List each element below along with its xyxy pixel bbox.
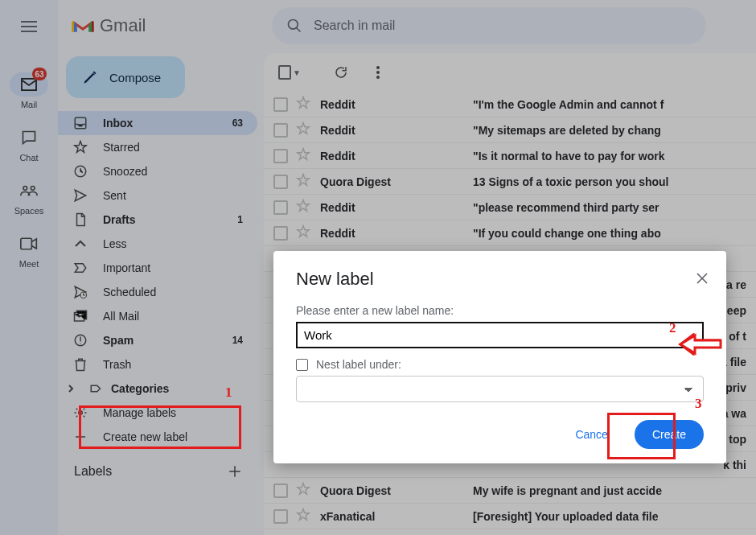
nav-item-create-new-label[interactable]: Create new label (58, 425, 257, 449)
label-name-input[interactable] (296, 322, 704, 348)
star-icon[interactable] (296, 96, 312, 113)
cancel-button[interactable]: Cancel (557, 420, 628, 449)
star-icon[interactable] (296, 199, 312, 216)
dialog-title: New label (296, 269, 704, 290)
nav-item-trash[interactable]: Trash (58, 352, 257, 377)
email-checkbox[interactable] (273, 200, 288, 215)
svg-line-4 (297, 28, 301, 32)
more-button[interactable] (362, 56, 394, 88)
email-checkbox[interactable] (273, 509, 288, 524)
nav-item-spam[interactable]: Spam 14 (58, 328, 257, 352)
pencil-icon (82, 69, 98, 85)
email-row[interactable]: Reddit "I'm the Google Admin and cannot … (264, 92, 756, 117)
email-row[interactable]: Reddit "please recommend third party ser (264, 195, 756, 220)
nest-checkbox[interactable] (296, 359, 308, 371)
email-row[interactable]: Quora Digest My wife is pregnant and jus… (264, 478, 756, 504)
main-menu-button[interactable] (12, 10, 46, 43)
email-checkbox[interactable] (273, 484, 288, 498)
nav-item-snoozed[interactable]: Snoozed (58, 159, 257, 183)
email-row[interactable]: Reddit "My sitemaps are deleted by chang (264, 117, 756, 143)
scheduled-icon (72, 285, 88, 299)
star-icon[interactable] (296, 173, 312, 190)
email-checkbox[interactable] (273, 97, 288, 112)
chat-icon (21, 130, 37, 146)
search-icon (286, 18, 302, 34)
compose-label: Compose (109, 71, 161, 84)
email-row[interactable]: Quora Digest 13 Signs of a toxic person … (264, 169, 756, 195)
clock-icon (72, 164, 88, 179)
email-row[interactable]: Reddit "Is it normal to have to pay for … (264, 143, 756, 169)
labels-header-text: Labels (74, 464, 112, 479)
svg-point-10 (79, 411, 83, 415)
email-checkbox[interactable] (273, 175, 288, 189)
email-sender: Reddit (320, 227, 465, 240)
email-sender: Reddit (320, 124, 465, 137)
rail-label-meet: Meet (19, 259, 39, 269)
nav-item-categories[interactable]: Categories (58, 377, 257, 401)
nav-item-scheduled[interactable]: Scheduled (58, 280, 257, 304)
svg-rect-5 (75, 117, 86, 129)
add-label-button[interactable] (224, 460, 246, 483)
rail-item-spaces[interactable]: Spaces (5, 167, 53, 220)
nav-item-less[interactable]: Less (58, 232, 257, 256)
nav-item-drafts[interactable]: Drafts 1 (58, 208, 257, 232)
close-button[interactable] (696, 272, 709, 287)
nav-item-all-mail[interactable]: All Mail (58, 304, 257, 328)
labels-section-header: Labels (58, 457, 257, 486)
email-subject: "please recommend third party ser (473, 201, 746, 214)
nav-item-starred[interactable]: Starred (58, 135, 257, 159)
refresh-button[interactable] (325, 56, 357, 88)
email-row[interactable]: xFanatical [Foresight] Your uploaded dat… (264, 504, 756, 529)
email-subject: 13 Signs of a toxic person you shoul (473, 175, 746, 188)
nav-item-manage-labels[interactable]: Manage labels (58, 401, 257, 425)
nav-label: Inbox (103, 117, 218, 130)
compose-button[interactable]: Compose (66, 56, 185, 98)
gmail-logo-icon (71, 17, 95, 35)
gmail-logo-text: Gmail (100, 15, 146, 36)
nav-item-important[interactable]: Important (58, 256, 257, 280)
rail-item-mail[interactable]: 63 Mail (5, 61, 53, 114)
nav-label: Manage labels (103, 406, 243, 419)
chevron-down-icon: ▼ (293, 68, 301, 77)
important-icon (72, 261, 88, 275)
nav-label: Less (103, 237, 243, 250)
rail-item-meet[interactable]: Meet (5, 220, 53, 274)
rail-label-chat: Chat (19, 153, 38, 163)
email-checkbox[interactable] (273, 149, 288, 163)
nest-parent-select[interactable] (296, 376, 704, 402)
create-button[interactable]: Create (635, 420, 704, 449)
star-icon[interactable] (296, 121, 312, 138)
nav-label: Sent (103, 189, 243, 202)
categories-icon (88, 381, 105, 396)
nav-label: Drafts (103, 213, 223, 226)
email-row[interactable]: Reddit "If you could change one thing ab… (264, 220, 756, 246)
gmail-logo[interactable]: Gmail (71, 15, 272, 36)
rail-item-chat[interactable]: Chat (5, 114, 53, 167)
star-icon[interactable] (296, 147, 312, 164)
new-label-dialog: New label Please enter a new label name:… (273, 251, 726, 463)
inbox-icon (72, 116, 88, 130)
email-checkbox[interactable] (273, 123, 288, 138)
nav-label: Trash (103, 358, 243, 371)
email-checkbox[interactable] (273, 226, 288, 241)
nav-label: Spam (103, 334, 218, 347)
star-icon[interactable] (296, 224, 312, 241)
nav-item-sent[interactable]: Sent (58, 183, 257, 208)
mail-toolbar: ▼ (264, 53, 756, 92)
nav-item-inbox[interactable]: Inbox 63 (58, 111, 257, 135)
email-subject: My wife is pregnant and just accide (473, 484, 746, 497)
nav-count: 1 (237, 214, 243, 225)
star-icon[interactable] (296, 508, 312, 525)
plus-icon (228, 464, 242, 479)
nav-label: Categories (111, 382, 243, 395)
select-all-checkbox[interactable]: ▼ (273, 56, 306, 88)
send-icon (72, 188, 88, 203)
chevron-right-icon (63, 384, 79, 393)
email-subject: [Foresight] Your uploaded data file (473, 510, 746, 523)
nav-count: 63 (232, 117, 243, 129)
allmail-icon (72, 309, 88, 323)
header: Gmail Search in mail (58, 0, 756, 51)
gear-icon (72, 405, 88, 420)
star-icon[interactable] (296, 482, 312, 499)
search-bar[interactable]: Search in mail (272, 7, 706, 44)
